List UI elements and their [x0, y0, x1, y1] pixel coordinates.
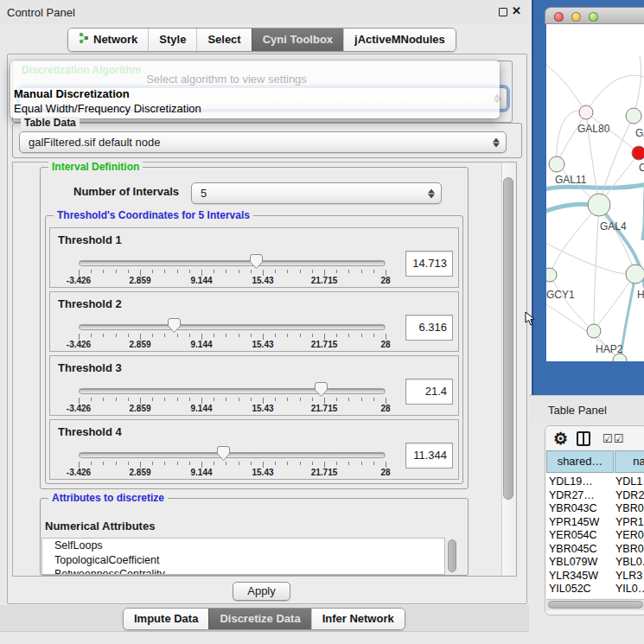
threshold-value-field[interactable]: 14.713 — [405, 251, 453, 277]
tick-label: 21.715 — [304, 340, 344, 349]
table-row-name[interactable]: YBR0… — [615, 543, 644, 555]
mac-minimize-icon[interactable] — [571, 12, 581, 22]
column-layout-icon[interactable] — [577, 431, 590, 446]
table-row-name[interactable]: YBL0… — [615, 556, 644, 568]
table-header-name[interactable]: na… — [615, 450, 644, 473]
threshold-slider-handle[interactable] — [216, 445, 231, 465]
table-row-name[interactable]: YBR0… — [615, 502, 644, 514]
tick-label: 15.43 — [243, 404, 283, 413]
table-row-name[interactable]: YPR1… — [615, 516, 644, 528]
tab-style[interactable]: Style — [148, 29, 196, 51]
mac-zoom-icon[interactable] — [589, 12, 598, 22]
table-row-name[interactable]: YIL0… — [615, 583, 644, 595]
network-window-titlebar[interactable] — [545, 7, 644, 24]
mac-close-icon[interactable] — [554, 12, 564, 22]
table-row-shared-name[interactable]: YIL052C — [549, 583, 591, 595]
threshold-slider-handle[interactable] — [249, 253, 264, 273]
dropdown-placeholder-item[interactable]: Select algorithm to view settings — [10, 73, 443, 86]
list-item[interactable]: BetweennessCentrality — [42, 567, 444, 575]
table-row-shared-name[interactable]: YBR045C — [549, 543, 597, 555]
tick-mark — [140, 462, 141, 468]
tab-select[interactable]: Select — [196, 29, 251, 51]
table-row-shared-name[interactable]: YBR043C — [549, 502, 597, 514]
threshold-slider-track[interactable] — [79, 324, 386, 330]
table-row-shared-name[interactable]: YPR145W — [549, 516, 599, 528]
table-row-shared-name[interactable]: YLR345W — [549, 570, 598, 582]
network-node[interactable] — [588, 194, 610, 216]
close-icon[interactable]: ✕ — [512, 4, 521, 17]
dropdown-option-equal-width[interactable]: Equal Width/Frequency Discretization — [14, 102, 201, 115]
table-data-combo[interactable]: galFiltered.sif default node — [19, 131, 507, 153]
list-item[interactable]: SelfLoops — [42, 539, 444, 553]
tick-mark — [214, 398, 214, 401]
tick-label: 2.859 — [120, 468, 160, 477]
threshold-row: Threshold 4-3.4262.8599.14415.4321.71528… — [49, 419, 459, 480]
table-row-shared-name[interactable]: YDR27… — [549, 489, 595, 501]
attributes-list-scrollbar-thumb[interactable] — [448, 539, 456, 572]
tick-mark — [336, 270, 337, 273]
threshold-value-field[interactable]: 21.4 — [405, 379, 453, 405]
tick-mark — [189, 270, 190, 273]
network-node[interactable] — [632, 146, 644, 160]
threshold-slider-track[interactable] — [79, 388, 386, 394]
network-node-label: C — [639, 162, 644, 174]
numerical-attributes-list[interactable]: SelfLoopsTopologicalCoefficientBetweenne… — [41, 538, 445, 575]
tab-jactivemnodules[interactable]: jActiveMNodules — [343, 29, 456, 51]
dropdown-option-manual[interactable]: Manual Discretization — [14, 87, 130, 100]
bottom-tab-infer-network[interactable]: Infer Network — [311, 609, 405, 629]
table-row-shared-name[interactable]: YDL19… — [549, 475, 593, 488]
table-row-name[interactable]: YLR3… — [615, 570, 644, 582]
table-header-shared-name[interactable]: shared… — [546, 450, 614, 473]
tick-mark — [189, 398, 190, 401]
network-node[interactable] — [579, 105, 593, 119]
bottom-tab-discretize-data[interactable]: Discretize Data — [208, 609, 310, 629]
threshold-label: Threshold 4 — [58, 425, 122, 438]
list-item[interactable]: TopologicalCoefficient — [42, 553, 444, 568]
tick-mark — [300, 462, 301, 465]
table-row-shared-name[interactable]: YER054C — [549, 529, 597, 541]
threshold-slider-handle[interactable] — [167, 317, 182, 337]
network-node-label: GAL4 — [600, 220, 627, 233]
table-row-name[interactable]: YDL1… — [615, 475, 644, 488]
tab-label: jActiveMNodules — [354, 33, 445, 46]
num-intervals-combo[interactable]: 5 — [191, 182, 442, 204]
mouse-cursor — [525, 311, 537, 327]
network-node[interactable] — [626, 108, 641, 124]
network-edge — [586, 75, 644, 112]
network-node[interactable] — [549, 156, 564, 172]
threshold-slider-handle[interactable] — [314, 381, 328, 401]
network-node[interactable] — [626, 265, 644, 284]
tick-label: 28 — [366, 340, 405, 349]
network-node[interactable] — [546, 268, 557, 282]
table-row-name[interactable]: YDR2… — [615, 489, 644, 501]
tick-label: 15.43 — [243, 468, 283, 477]
network-node-label: H — [637, 289, 644, 301]
table-row-name[interactable]: YER0… — [615, 529, 644, 541]
tick-mark — [140, 270, 141, 276]
float-window-icon[interactable] — [499, 8, 507, 16]
tick-mark — [300, 270, 301, 273]
tick-mark — [128, 270, 129, 273]
threshold-slider-track[interactable] — [79, 452, 386, 458]
table-row-shared-name[interactable]: YBL079W — [549, 556, 597, 568]
network-node-label: GAL80 — [577, 123, 610, 135]
table-hscrollbar-thumb[interactable] — [548, 601, 643, 609]
table-data-combo-value: galFiltered.sif default node — [29, 136, 160, 149]
tab-network[interactable]: Network — [68, 29, 148, 51]
threshold-value-field[interactable]: 6.316 — [405, 315, 453, 341]
tick-mark — [116, 462, 117, 465]
tick-mark — [103, 270, 104, 273]
tick-mark — [348, 334, 349, 337]
gear-icon[interactable]: ⚙ — [553, 429, 568, 449]
threshold-value-field[interactable]: 11.344 — [405, 443, 453, 469]
checkbox-columns-icon[interactable]: ☑☑ — [603, 432, 624, 445]
apply-button[interactable]: Apply — [233, 582, 290, 601]
main-scrollbar-thumb[interactable] — [503, 177, 513, 500]
network-canvas[interactable]: GAL80GACGAL11GAL4GCY1HHAP2 — [546, 24, 644, 361]
tick-mark — [226, 398, 226, 401]
tab-cyni-toolbox[interactable]: Cyni Toolbox — [252, 29, 343, 51]
bottom-tab-impute-data[interactable]: Impute Data — [124, 609, 208, 629]
threshold-slider-track[interactable] — [79, 260, 386, 266]
tick-mark — [79, 334, 80, 340]
network-node[interactable] — [587, 324, 601, 338]
